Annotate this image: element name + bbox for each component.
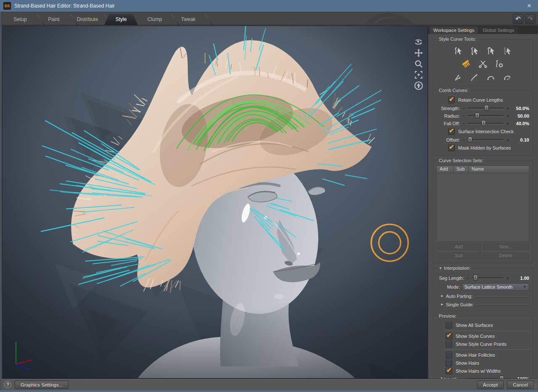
surface-intersection-checkbox[interactable]: ✔	[448, 128, 455, 135]
app-icon: DS	[3, 2, 11, 10]
tab-clump[interactable]: Clump	[138, 14, 171, 25]
tab-distribute[interactable]: Distribute	[71, 14, 104, 25]
undo-button[interactable]: ↶	[513, 14, 523, 24]
pan-camera-icon[interactable]	[413, 48, 424, 58]
select-curve-tips-tool[interactable]	[485, 45, 496, 56]
add-set-button[interactable]: Add	[436, 243, 481, 251]
strand-hair-editor-window: DS Strand-Based Hair Editor: Strand-Base…	[0, 0, 538, 392]
tab-global-settings[interactable]: Global Settings	[479, 26, 518, 34]
slider-minus[interactable]: −	[462, 106, 465, 111]
viewport[interactable]	[2, 26, 428, 379]
cut-curves-tool[interactable]	[477, 58, 488, 69]
accept-button[interactable]: Accept	[477, 381, 504, 389]
show-style-curves-checkbox[interactable]: ✔	[446, 333, 452, 339]
falloff-slider-handle[interactable]	[481, 120, 486, 126]
home-view-icon[interactable]	[413, 81, 424, 90]
bend-curves-tool[interactable]	[485, 71, 496, 82]
collapsed-arrow-icon[interactable]: ►	[440, 303, 444, 306]
seg-length-value: 1.00	[512, 276, 529, 281]
sub-set-button[interactable]: Sub	[436, 252, 481, 260]
close-icon[interactable]: ×	[524, 1, 535, 11]
cancel-button[interactable]: Cancel	[507, 381, 534, 389]
style-curve-tools-group: Style Curve Tools:	[433, 39, 533, 85]
select-curve-segments-tool[interactable]	[469, 45, 480, 56]
redo-button[interactable]: ↷	[525, 14, 535, 24]
show-hair-follicles-checkbox[interactable]: ✔	[446, 352, 452, 358]
slider-minus[interactable]: −	[466, 276, 469, 281]
new-set-button[interactable]: New...	[482, 243, 529, 251]
slider-plus[interactable]: +	[506, 276, 509, 281]
slider-minus[interactable]: −	[462, 113, 465, 118]
column-add[interactable]: Add	[436, 166, 453, 173]
column-name[interactable]: Name	[468, 166, 529, 173]
expander-icon[interactable]: ▼	[439, 266, 442, 270]
slider-plus[interactable]: +	[506, 106, 509, 111]
preview-title: Preview:	[437, 313, 459, 318]
show-hairs-widths-checkbox[interactable]: ✔	[446, 368, 452, 374]
strength-slider[interactable]	[467, 108, 504, 109]
delete-set-button[interactable]: Delete	[482, 252, 529, 260]
strength-value: 50.0%	[512, 106, 529, 111]
collapsed-arrow-icon[interactable]: ►	[440, 294, 444, 298]
radius-value: 50.00	[512, 113, 529, 118]
column-sub[interactable]: Sub	[453, 166, 468, 173]
selection-sets-buttons: Add New... Sub Delete	[436, 243, 529, 260]
radius-slider-handle[interactable]	[475, 113, 480, 118]
window-edge	[0, 12, 1, 390]
resize-grip[interactable]	[531, 384, 537, 389]
strength-slider-handle[interactable]	[484, 105, 489, 111]
graphics-settings-button[interactable]: Graphics Settings...	[15, 381, 69, 389]
seg-length-slider[interactable]	[472, 277, 504, 279]
help-icon[interactable]: ?	[4, 381, 11, 388]
auto-parting-expander[interactable]: ► Auto Parting:	[436, 293, 529, 299]
tab-workspace-settings[interactable]: Workspace Settings	[430, 26, 478, 34]
slider-plus[interactable]: +	[506, 137, 509, 142]
retain-curve-lengths-checkbox[interactable]: ✔	[448, 97, 455, 103]
interpolation-title[interactable]: ▼ Interpolation:	[437, 266, 473, 271]
offset-value: 0.10	[512, 137, 529, 142]
viewport-canvas[interactable]	[3, 26, 427, 378]
tab-paint[interactable]: Paint	[37, 14, 71, 25]
tab-setup[interactable]: Setup	[3, 14, 37, 25]
comb-curves-group: Comb Curves: ✔ Retain Curve Lengths Stre…	[433, 91, 533, 155]
offset-slider[interactable]	[467, 139, 504, 140]
select-curve-points-tool[interactable]	[502, 45, 513, 56]
mode-tabs: Setup Paint Distribute Style Clump Tweak	[3, 14, 205, 25]
curve-options-tool[interactable]	[494, 58, 505, 69]
window-edge	[0, 390, 538, 392]
daz-watermark-logo	[356, 12, 428, 26]
chevron-down-icon: ▼	[523, 285, 527, 289]
comb-tool-active[interactable]	[461, 58, 472, 69]
single-guide-expander[interactable]: ► Single Guide:	[436, 301, 529, 308]
show-hairs-checkbox[interactable]: ✔	[446, 360, 452, 366]
show-all-surfaces-row: ✔ Show All Surfaces	[446, 321, 529, 329]
rotate-curves-tool[interactable]	[502, 71, 513, 82]
slider-plus[interactable]: +	[506, 113, 509, 118]
radius-slider[interactable]	[467, 115, 504, 116]
mode-row: Mode: Surface Lattice Smooth ▼	[436, 283, 529, 291]
show-all-surfaces-checkbox[interactable]: ✔	[446, 322, 452, 329]
tab-tweak[interactable]: Tweak	[171, 14, 205, 25]
slider-minus[interactable]: −	[462, 121, 465, 126]
workspace-settings-body: Style Curve Tools:	[428, 34, 538, 379]
tab-style[interactable]: Style	[104, 14, 138, 25]
selection-sets-list[interactable]	[436, 173, 529, 242]
falloff-slider[interactable]	[467, 123, 504, 124]
frame-view-icon[interactable]	[413, 70, 424, 79]
interpolation-mode-select[interactable]: Surface Lattice Smooth ▼	[462, 283, 529, 291]
translate-curves-tool[interactable]	[453, 71, 464, 82]
straighten-curves-tool[interactable]	[469, 71, 480, 82]
show-style-curve-points-checkbox[interactable]: ✔	[446, 341, 452, 347]
curve-selection-sets-group: Curve Selection Sets: Add Sub Name Add N…	[433, 161, 533, 263]
offset-slider-handle[interactable]	[468, 137, 472, 142]
selection-sets-header: Add Sub Name	[436, 166, 529, 173]
orbit-camera-icon[interactable]	[413, 37, 424, 47]
slider-minus[interactable]: −	[462, 137, 465, 142]
zoom-icon[interactable]	[413, 59, 424, 68]
seg-length-slider-handle[interactable]	[473, 275, 478, 281]
mask-hidden-checkbox[interactable]: ✔	[448, 145, 455, 151]
select-curves-tool[interactable]	[453, 45, 464, 56]
history-buttons: ↶ ↷	[513, 14, 535, 24]
slider-plus[interactable]: +	[506, 121, 509, 126]
bottom-bar: ? Graphics Settings... Accept Cancel	[0, 379, 538, 390]
